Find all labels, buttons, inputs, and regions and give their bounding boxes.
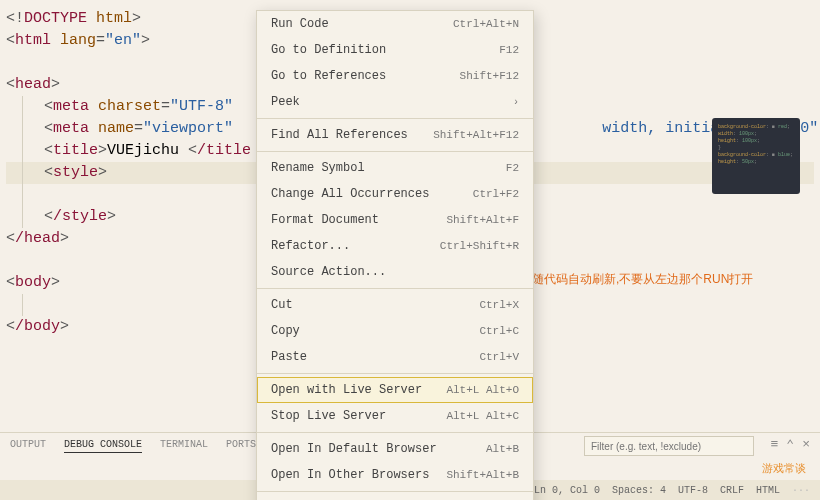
menu-change-all[interactable]: Change All OccurrencesCtrl+F2 [257,181,533,207]
context-menu: Run CodeCtrl+Alt+N Go to DefinitionF12 G… [256,10,534,500]
menu-open-live-server[interactable]: Open with Live ServerAlt+L Alt+O [257,377,533,403]
menu-stop-live-server[interactable]: Stop Live ServerAlt+L Alt+C [257,403,533,429]
chevron-right-icon: › [513,97,519,108]
menu-separator [257,491,533,492]
menu-source-action[interactable]: Source Action... [257,259,533,285]
status-extra: ··· [792,485,810,496]
menu-go-definition[interactable]: Go to DefinitionF12 [257,37,533,63]
doctype-tag: DOCTYPE [24,10,87,27]
menu-format-document[interactable]: Format DocumentShift+Alt+F [257,207,533,233]
menu-rename-symbol[interactable]: Rename SymbolF2 [257,155,533,181]
status-language[interactable]: HTML [756,485,780,496]
status-encoding[interactable]: UTF-8 [678,485,708,496]
menu-paste[interactable]: PasteCtrl+V [257,344,533,370]
menu-command-palette[interactable]: Command Palette...Ctrl+Shift+P [257,495,533,500]
menu-go-references[interactable]: Go to ReferencesShift+F12 [257,63,533,89]
tab-terminal[interactable]: TERMINAL [160,439,208,453]
menu-separator [257,288,533,289]
tab-output[interactable]: OUTPUT [10,439,46,453]
menu-cut[interactable]: CutCtrl+X [257,292,533,318]
preview-thumbnail[interactable]: background-color: ■ red; width: 100px; h… [712,118,800,194]
filter-input[interactable] [584,436,754,456]
close-icon[interactable]: × [802,437,810,453]
menu-open-other-browsers[interactable]: Open In Other BrowsersShift+Alt+B [257,462,533,488]
title-text: VUEjichu [107,142,188,159]
status-lncol[interactable]: Ln 0, Col 0 [534,485,600,496]
menu-separator [257,151,533,152]
menu-refactor[interactable]: Refactor...Ctrl+Shift+R [257,233,533,259]
menu-separator [257,118,533,119]
list-icon[interactable]: ≡ [771,437,779,453]
menu-find-all-references[interactable]: Find All ReferencesShift+Alt+F12 [257,122,533,148]
status-spaces[interactable]: Spaces: 4 [612,485,666,496]
watermark: 游戏常谈 [762,461,806,476]
menu-run-code[interactable]: Run CodeCtrl+Alt+N [257,11,533,37]
menu-separator [257,373,533,374]
menu-peek[interactable]: Peek› [257,89,533,115]
menu-separator [257,432,533,433]
menu-open-default-browser[interactable]: Open In Default BrowserAlt+B [257,436,533,462]
tab-ports[interactable]: PORTS [226,439,256,453]
status-eol[interactable]: CRLF [720,485,744,496]
menu-copy[interactable]: CopyCtrl+C [257,318,533,344]
chevron-up-icon[interactable]: ⌃ [786,437,794,453]
tab-debug-console[interactable]: DEBUG CONSOLE [64,439,142,453]
